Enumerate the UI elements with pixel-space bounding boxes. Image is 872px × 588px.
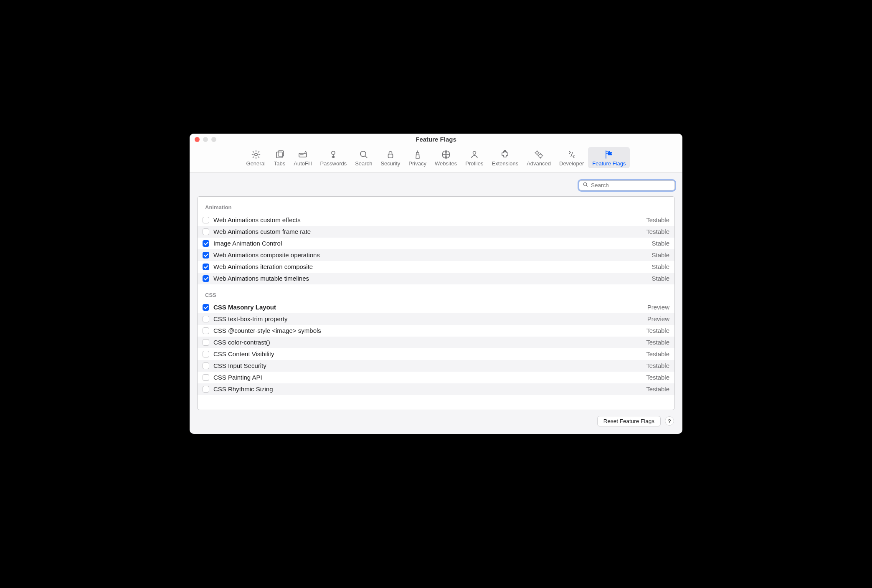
flag-label: Web Animations mutable timelines [213,275,647,282]
flag-status: Testable [646,350,669,357]
flag-checkbox[interactable] [203,264,209,270]
flag-label: CSS Painting API [213,374,642,381]
flag-checkbox[interactable] [203,217,209,223]
flag-status: Stable [651,275,669,282]
flag-checkbox[interactable] [203,351,209,357]
flag-checkbox[interactable] [203,252,209,259]
flag-label: Web Animations custom effects [213,216,642,223]
flag-status: Testable [646,339,669,346]
flag-checkbox[interactable] [203,240,209,247]
flag-checkbox[interactable] [203,339,209,346]
flag-checkbox[interactable] [203,374,209,381]
svg-rect-2 [278,151,284,156]
zoom-window-button[interactable] [211,137,216,142]
svg-point-13 [583,182,587,186]
svg-point-4 [332,151,335,155]
tab-label: Search [355,160,372,167]
svg-rect-7 [388,154,393,158]
content-area: AnimationWeb Animations custom effectsTe… [190,173,682,434]
help-button[interactable]: ? [665,416,674,426]
minimize-window-button[interactable] [203,137,208,142]
tab-feature-flags[interactable]: Feature Flags [588,147,630,168]
tab-security[interactable]: Security [376,147,404,168]
flag-label: Web Animations custom frame rate [213,228,642,235]
search-icon [359,150,369,160]
advanced-icon [534,150,544,160]
svg-rect-1 [276,152,282,158]
flag-status: Stable [651,263,669,270]
flag-status: Preview [647,304,669,311]
flag-row[interactable]: Image Animation ControlStable [198,238,674,249]
tab-general[interactable]: General [242,147,270,168]
flag-checkbox[interactable] [203,362,209,369]
tab-search[interactable]: Search [351,147,376,168]
flag-checkbox[interactable] [203,327,209,334]
flag-row[interactable]: CSS color-contrast()Testable [198,337,674,348]
search-input[interactable] [591,182,671,188]
flag-row[interactable]: CSS Masonry LayoutPreview [198,302,674,313]
svg-point-12 [539,154,542,157]
tab-advanced[interactable]: Advanced [522,147,555,168]
flag-checkbox[interactable] [203,228,209,235]
section-header: CSS [198,284,674,302]
autofill-icon [298,150,308,160]
tab-label: Privacy [408,160,426,167]
window-controls [195,137,216,142]
tab-label: General [246,160,266,167]
tab-label: AutoFill [294,160,312,167]
tab-extensions[interactable]: Extensions [488,147,523,168]
flag-row[interactable]: CSS Content VisibilityTestable [198,348,674,360]
tab-label: Passwords [320,160,347,167]
footer: Reset Feature Flags ? [197,416,675,428]
reset-feature-flags-button[interactable]: Reset Feature Flags [597,416,661,426]
search-icon [583,182,588,189]
flag-row[interactable]: CSS text-box-trim propertyPreview [198,313,674,325]
flag-row[interactable]: CSS Input SecurityTestable [198,360,674,372]
tab-developer[interactable]: Developer [555,147,588,168]
tab-label: Tabs [274,160,285,167]
flag-checkbox[interactable] [203,275,209,282]
flag-row[interactable]: CSS Painting APITestable [198,372,674,383]
tab-privacy[interactable]: Privacy [404,147,431,168]
tab-tabs[interactable]: Tabs [270,147,289,168]
flag-row[interactable]: CSS @counter-style <image> symbolsTestab… [198,325,674,337]
flag-status: Testable [646,216,669,223]
flag-status: Testable [646,362,669,369]
titlebar: Feature Flags [190,134,682,145]
flag-status: Preview [647,315,669,322]
feature-flags-icon [604,150,614,160]
tab-label: Extensions [492,160,519,167]
flag-checkbox[interactable] [203,386,209,393]
flag-status: Testable [646,228,669,235]
developer-icon [567,150,577,160]
tab-profiles[interactable]: Profiles [461,147,487,168]
tab-websites[interactable]: Websites [431,147,461,168]
flag-row[interactable]: Web Animations custom frame rateTestable [198,226,674,238]
flag-status: Testable [646,385,669,393]
search-field[interactable] [579,180,675,190]
section-header: Animation [198,197,674,214]
feature-flags-scroll[interactable]: AnimationWeb Animations custom effectsTe… [198,197,674,410]
flag-label: CSS Input Security [213,362,642,369]
flag-row[interactable]: Web Animations mutable timelinesStable [198,273,674,284]
tab-autofill[interactable]: AutoFill [289,147,316,168]
svg-line-14 [586,185,588,187]
flag-checkbox[interactable] [203,304,209,311]
extensions-icon [500,150,510,160]
general-icon [251,150,261,160]
flag-checkbox[interactable] [203,316,209,322]
tab-passwords[interactable]: Passwords [316,147,351,168]
tab-label: Profiles [465,160,483,167]
flag-status: Stable [651,240,669,247]
flag-row[interactable]: Web Animations iteration compositeStable [198,261,674,273]
flag-row[interactable]: Web Animations custom effectsTestable [198,214,674,226]
security-icon [385,150,395,160]
flag-row[interactable]: CSS Rhythmic SizingTestable [198,383,674,395]
tab-label: Feature Flags [592,160,626,167]
svg-rect-3 [299,153,307,157]
close-window-button[interactable] [195,137,200,142]
tabs-icon [275,150,285,160]
svg-point-9 [473,151,476,154]
preferences-window: Feature Flags GeneralTabsAutoFillPasswor… [190,134,682,434]
flag-row[interactable]: Web Animations composite operationsStabl… [198,249,674,261]
